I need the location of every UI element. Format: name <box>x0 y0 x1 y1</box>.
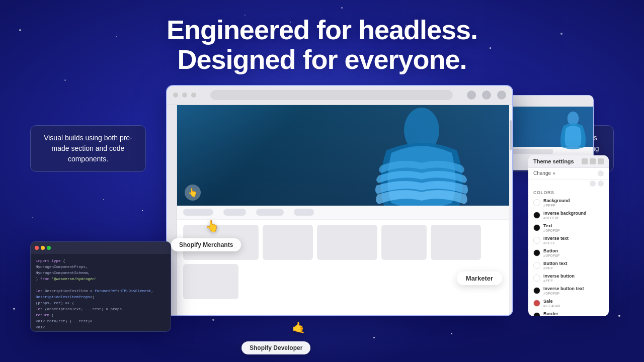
theme-controls <box>582 158 604 164</box>
color-row: Text #0F0F0F <box>528 222 609 234</box>
color-name: Background <box>543 198 570 203</box>
color-row: Button text #FFF <box>528 259 609 272</box>
color-name: Border <box>543 311 559 316</box>
color-row: Border #0F0F0F <box>528 310 609 316</box>
hand-icon-right: 🤙 <box>292 321 305 334</box>
color-info: Inverse button #FFF <box>543 274 575 283</box>
browser-icon-search <box>467 90 476 100</box>
color-name: Button text <box>543 261 568 266</box>
tooltip-left-text: Visual builds using both pre-made sectio… <box>44 134 132 163</box>
tooltip-left: Visual builds using both pre-made sectio… <box>30 125 146 172</box>
theme-panel-title: Theme settings <box>533 158 574 164</box>
marketer-badge: Marketer <box>457 272 502 285</box>
color-name: Inverse button <box>543 274 575 279</box>
swipe-icon-hero: 👆 <box>185 185 201 201</box>
theme-colors-label: Colors <box>528 188 609 197</box>
browser-body: 👆 <box>167 105 512 315</box>
browser-url-bar <box>210 90 453 100</box>
color-row: Inverse button text #0F0F0F <box>528 285 609 297</box>
color-swatch <box>533 312 540 316</box>
color-name: Sale <box>543 299 560 304</box>
color-info: Button #0F0F0F <box>543 248 559 258</box>
product-card-6 <box>183 264 238 299</box>
product-grid <box>177 220 512 304</box>
color-swatch <box>533 237 540 244</box>
color-info: Border #0F0F0F <box>543 311 559 316</box>
color-swatch <box>533 287 540 294</box>
theme-panel: Theme settings Change ▾ Colors <box>528 155 609 316</box>
color-value: #0F0F0F <box>543 216 587 220</box>
color-info: Background #FFFF <box>543 198 570 208</box>
color-value: #FFFF <box>543 241 569 245</box>
color-value: #0F0F0F <box>543 253 559 258</box>
code-content: import type { HydrogenComponentProps, Hy… <box>31 254 171 332</box>
theme-action-icons <box>528 179 609 188</box>
small-dress-svg <box>555 109 591 149</box>
shopify-merchants-text: Shopify Merchants <box>179 241 233 248</box>
code-dot-red <box>35 246 39 250</box>
color-row: Inverse background #0F0F0F <box>528 209 609 222</box>
color-name: Inverse button text <box>543 286 584 291</box>
center-area: Visual builds using both pre-made sectio… <box>20 85 624 362</box>
browser-toolbar <box>167 86 512 105</box>
theme-info-icon[interactable] <box>598 180 604 187</box>
theme-dropdown[interactable]: Change ▾ <box>528 168 609 179</box>
main-browser: 👆 <box>166 85 513 316</box>
product-card-3 <box>317 225 377 260</box>
browser-icon-cart <box>497 90 506 100</box>
scrollbar-thumb <box>510 120 512 150</box>
browser-dot-2 <box>182 93 187 98</box>
marketer-label: Marketer <box>466 275 493 282</box>
browser-nav-bar <box>177 206 512 220</box>
color-swatch <box>533 300 540 307</box>
theme-edit-icon[interactable] <box>598 170 604 176</box>
code-dot-green <box>47 246 51 250</box>
theme-panel-header: Theme settings <box>528 155 609 168</box>
color-info: Text #0F0F0F <box>543 223 559 233</box>
shopify-merchants-label: Shopify Merchants <box>171 238 241 251</box>
color-swatch <box>533 212 540 219</box>
headline-line2: Designed for everyone. <box>167 45 477 74</box>
nav-pill-4 <box>294 209 314 216</box>
hero-image: 👆 <box>177 105 512 206</box>
color-swatch <box>533 199 540 206</box>
headline: Engineered for headless. Designed for ev… <box>167 15 477 75</box>
theme-dropdown-arrow: ▾ <box>553 171 555 176</box>
product-card-4 <box>381 225 427 260</box>
color-row: Background #FFFF <box>528 197 609 209</box>
browser-dot-1 <box>173 93 178 98</box>
color-value: #FFF <box>543 266 568 270</box>
color-swatch <box>533 249 540 256</box>
color-name: Inverse text <box>543 236 569 241</box>
hand-icon-left: 👆 <box>205 220 219 233</box>
color-value: #FFFF <box>543 203 570 208</box>
color-row: Inverse button #FFF <box>528 272 609 285</box>
browser-icons <box>467 90 506 100</box>
browser-icon-account <box>482 90 491 100</box>
color-swatch <box>533 275 540 282</box>
hero-dress-svg <box>361 105 482 206</box>
theme-ctrl-settings[interactable] <box>598 158 604 164</box>
theme-ctrl-minimize[interactable] <box>582 158 588 164</box>
color-info: Button text #FFF <box>543 261 568 270</box>
code-editor: import type { HydrogenComponentProps, Hy… <box>30 241 171 332</box>
theme-dropdown-label: Change <box>533 170 551 176</box>
color-row: Button #0F0F0F <box>528 247 609 259</box>
theme-ctrl-close[interactable] <box>590 158 596 164</box>
nav-pill-2 <box>223 209 246 216</box>
color-value: #FFF <box>543 279 575 283</box>
product-card-5 <box>431 225 481 260</box>
code-dot-yellow <box>41 246 45 250</box>
color-info: Inverse text #FFFF <box>543 236 569 245</box>
color-row: Inverse text #FFFF <box>528 234 609 247</box>
color-info: Sale #CE4848 <box>543 299 560 308</box>
color-name: Button <box>543 248 559 253</box>
color-rows-container: Background #FFFF Inverse background #0F0… <box>528 197 609 316</box>
color-name: Inverse background <box>543 211 587 216</box>
browser-main: 👆 <box>177 105 512 315</box>
shopify-developer-text: Shopify Developer <box>250 344 302 351</box>
color-row: Sale #CE4848 <box>528 297 609 310</box>
color-value: #CE4848 <box>543 304 560 308</box>
color-value: #0F0F0F <box>543 228 559 233</box>
theme-gear-icon[interactable] <box>590 180 596 187</box>
